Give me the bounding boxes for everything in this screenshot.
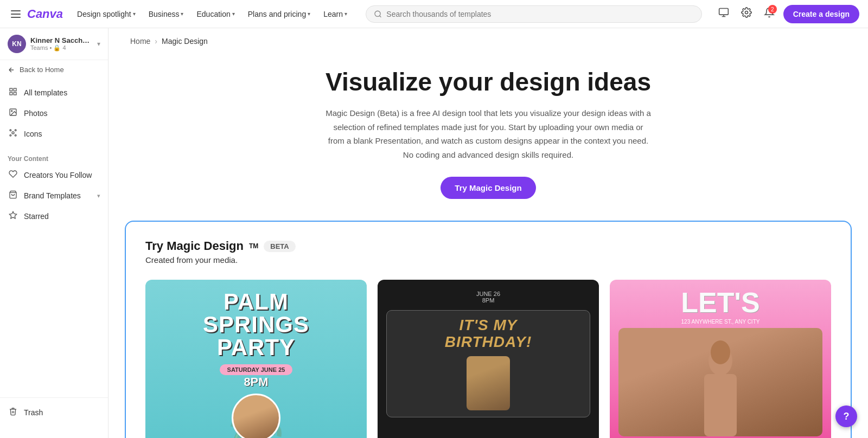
card-palm-time: 8PM — [244, 375, 268, 389]
template-cards-row: 🌴 PALM SPRINGS PARTY SATURDAY JUNE 25 8P… — [145, 280, 831, 438]
card-palm-saturday: SATURDAY JUNE 25 — [220, 364, 293, 375]
user-name: Kinner N Sacchdev... — [30, 36, 93, 44]
search-bar[interactable] — [366, 5, 702, 23]
hero-description: Magic Design (Beta) is a free AI design … — [326, 106, 651, 162]
card-birthday-person — [467, 356, 510, 410]
notification-badge: 2 — [768, 5, 777, 14]
svg-point-2 — [745, 11, 748, 14]
card-birthday-header: JUNE 26 8PM — [386, 288, 590, 310]
heart-icon — [8, 170, 18, 181]
user-profile-area[interactable]: KN Kinner N Sacchdev... Teams • 🔒 4 ▾ — [0, 28, 108, 60]
arrow-left-icon — [8, 66, 15, 74]
user-info: Kinner N Sacchdev... Teams • 🔒 4 — [30, 36, 93, 51]
sidebar-item-brand-templates[interactable]: Brand Templates ▾ — [0, 185, 108, 206]
top-navigation: Canva Design spotlight ▾ Business ▾ Educ… — [0, 0, 868, 28]
card-palm-person — [232, 394, 280, 438]
sidebar-item-icons[interactable]: Icons — [0, 124, 108, 144]
sidebar-item-all-templates[interactable]: All templates — [0, 82, 108, 103]
svg-point-13 — [15, 134, 16, 136]
sidebar-item-trash[interactable]: Trash — [0, 402, 108, 423]
sidebar-item-starred[interactable]: Starred — [0, 206, 108, 227]
chevron-down-icon: ▾ — [344, 11, 347, 17]
avatar: KN — [8, 35, 26, 53]
card-lets-address: 123 ANYWHERE ST., ANY CITY — [681, 319, 760, 325]
svg-point-10 — [10, 130, 11, 131]
icons-icon — [8, 128, 18, 139]
magic-section-title: Try Magic DesignTM BETA — [145, 239, 831, 253]
breadcrumb-separator: › — [155, 37, 157, 46]
svg-point-18 — [711, 340, 730, 364]
magic-section-header: Try Magic DesignTM BETA Created from you… — [145, 239, 831, 265]
sidebar: KN Kinner N Sacchdev... Teams • 🔒 4 ▾ Ba… — [0, 28, 108, 438]
hero-section: Visualize your design ideas Magic Design… — [108, 46, 868, 215]
svg-point-8 — [11, 111, 12, 112]
canva-logo-text: Canva — [27, 7, 63, 21]
svg-rect-1 — [719, 9, 728, 15]
gear-icon — [741, 7, 752, 18]
card-palm-title: PALM SPRINGS PARTY — [203, 291, 309, 359]
chevron-down-icon: ▾ — [133, 11, 136, 17]
main-layout: KN Kinner N Sacchdev... Teams • 🔒 4 ▾ Ba… — [0, 0, 868, 438]
back-to-home-button[interactable]: Back to Home — [0, 60, 108, 79]
monitor-icon — [718, 7, 729, 18]
chevron-down-icon: ▾ — [232, 11, 235, 17]
card-lets-title: LET'S — [681, 288, 760, 317]
person-illustration — [618, 328, 822, 436]
svg-rect-17 — [704, 374, 737, 436]
trash-icon — [8, 407, 18, 418]
svg-point-11 — [15, 130, 16, 131]
create-design-button[interactable]: Create a design — [783, 5, 859, 23]
user-dropdown-chevron: ▾ — [97, 40, 100, 48]
sidebar-item-photos[interactable]: Photos — [0, 103, 108, 124]
nav-education[interactable]: Education ▾ — [191, 7, 240, 22]
search-icon — [374, 10, 382, 18]
hero-title: Visualize your design ideas — [130, 67, 846, 96]
notification-button[interactable]: 2 — [761, 4, 778, 24]
nav-business[interactable]: Business ▾ — [143, 7, 189, 22]
device-icon-button[interactable] — [715, 4, 732, 24]
chevron-down-icon: ▾ — [181, 11, 183, 17]
template-card-lets[interactable]: LET'S 123 ANYWHERE ST., ANY CITY JUNE 26… — [610, 280, 831, 438]
svg-marker-15 — [9, 211, 16, 218]
template-card-palm-springs[interactable]: 🌴 PALM SPRINGS PARTY SATURDAY JUNE 25 8P… — [145, 280, 367, 438]
breadcrumb-home[interactable]: Home — [130, 37, 150, 46]
card-birthday-frame: IT'S MY BIRTHDAY! — [386, 310, 590, 417]
card-birthday-date: JUNE 26 8PM — [386, 291, 590, 304]
svg-point-9 — [12, 132, 14, 134]
svg-rect-6 — [14, 92, 16, 95]
sidebar-item-creators-you-follow[interactable]: Creators You Follow — [0, 165, 108, 185]
photo-icon — [8, 108, 18, 119]
chevron-down-icon: ▾ — [308, 11, 310, 17]
svg-rect-4 — [14, 88, 16, 91]
settings-icon-button[interactable] — [738, 4, 755, 24]
svg-rect-3 — [10, 88, 12, 91]
card-lets-person — [618, 328, 822, 436]
sidebar-main-nav: All templates Photos Ico — [0, 79, 108, 147]
nav-right-actions: 2 Create a design — [715, 4, 859, 24]
card-birthday-text: IT'S MY BIRTHDAY! — [393, 317, 583, 351]
nav-learn[interactable]: Learn ▾ — [318, 7, 353, 22]
star-icon — [8, 211, 18, 222]
help-button[interactable]: ? — [835, 405, 857, 427]
hamburger-menu[interactable] — [9, 8, 23, 20]
grid-icon — [8, 87, 18, 98]
svg-rect-5 — [10, 92, 12, 95]
chevron-down-icon: ▾ — [97, 192, 100, 199]
bag-icon — [8, 190, 18, 201]
svg-point-0 — [375, 11, 380, 16]
template-card-birthday[interactable]: JUNE 26 8PM IT'S MY BIRTHDAY! — [378, 280, 599, 438]
sidebar-footer: Trash — [0, 397, 108, 427]
your-content-label: Your Content — [0, 147, 108, 165]
nav-design-spotlight[interactable]: Design spotlight ▾ — [72, 7, 141, 22]
breadcrumb-current: Magic Design — [162, 37, 208, 46]
try-magic-design-button[interactable]: Try Magic Design — [441, 177, 535, 199]
canva-logo[interactable]: Canva — [27, 7, 63, 21]
nav-plans-pricing[interactable]: Plans and pricing ▾ — [242, 7, 316, 22]
user-team: Teams • 🔒 4 — [30, 44, 93, 51]
main-content: Home › Magic Design Visualize your desig… — [108, 28, 868, 438]
search-input[interactable] — [386, 10, 693, 18]
beta-badge: BETA — [264, 241, 295, 252]
magic-design-section: Try Magic DesignTM BETA Created from you… — [125, 221, 852, 438]
magic-section-subtitle: Created from your media. — [145, 255, 831, 265]
nav-menu: Design spotlight ▾ Business ▾ Education … — [72, 7, 353, 22]
